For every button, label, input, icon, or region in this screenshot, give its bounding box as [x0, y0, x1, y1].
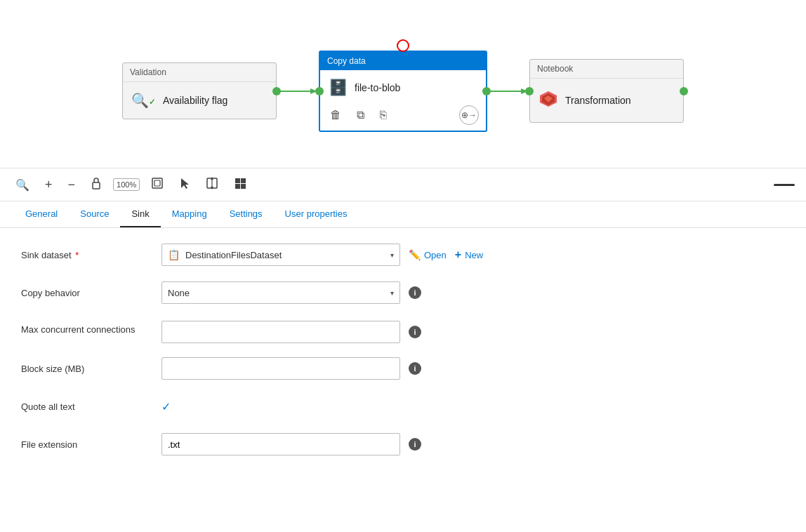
- delete-node-btn[interactable]: 🗑: [327, 107, 344, 123]
- pencil-icon: ✏️: [409, 249, 421, 260]
- validation-node[interactable]: Validation 🔍✓ Availability flag: [122, 62, 277, 119]
- svg-rect-7: [93, 182, 100, 189]
- copy-behavior-info: i: [409, 286, 421, 299]
- copy-data-toolbar: 🗑 ⧉ ⎘ ⊕→: [320, 102, 486, 131]
- copy-data-node[interactable]: Copy data 🗄️ file-to-blob 🗑 ⧉ ⎘ ⊕→: [319, 51, 487, 132]
- copy-node-btn[interactable]: ⧉: [354, 107, 367, 123]
- plus-icon: +: [455, 248, 461, 261]
- file-extension-row: File extension i: [21, 432, 785, 457]
- max-concurrent-control: i: [161, 321, 421, 343]
- block-size-control: i: [161, 357, 421, 380]
- validation-node-body: 🔍✓ Availability flag: [123, 82, 276, 119]
- sink-dataset-dropdown[interactable]: 📋 DestinationFilesDataset ▾: [161, 244, 400, 266]
- copy-behavior-row: Copy behavior None ▾ i: [21, 280, 785, 305]
- tab-sink[interactable]: Sink: [120, 201, 160, 227]
- select-btn[interactable]: [175, 174, 194, 195]
- svg-rect-17: [235, 184, 240, 189]
- copy-behavior-value: None: [168, 288, 190, 298]
- svg-rect-9: [154, 180, 160, 186]
- zoom-100-btn[interactable]: 100%: [113, 178, 140, 191]
- copy-data-node-header: Copy data: [320, 52, 486, 70]
- dataset-icon: 📋: [168, 249, 180, 260]
- file-extension-input[interactable]: [161, 433, 400, 455]
- copy-data-node-body: 🗄️ file-to-blob: [320, 70, 486, 102]
- copy-data-icon: 🗄️: [329, 79, 348, 97]
- notebook-node[interactable]: Notebook Transformation: [529, 59, 684, 123]
- notebook-left-connector: [525, 87, 534, 95]
- forward-node-btn[interactable]: ⊕→: [459, 105, 479, 125]
- resize-btn[interactable]: [202, 174, 223, 195]
- new-dataset-link[interactable]: + New: [455, 248, 483, 261]
- lock-btn[interactable]: [86, 174, 106, 195]
- error-indicator: [397, 39, 409, 52]
- copy-behavior-control: None ▾ i: [161, 281, 421, 304]
- add-btn[interactable]: +: [41, 175, 57, 195]
- svg-rect-15: [235, 178, 240, 183]
- max-concurrent-row: Max concurrent connections i: [21, 318, 785, 343]
- file-extension-control: i: [161, 433, 421, 455]
- tab-user-properties[interactable]: User properties: [274, 201, 359, 227]
- search-btn[interactable]: 🔍: [11, 175, 34, 194]
- pipeline-wrapper: Validation 🔍✓ Availability flag Copy dat…: [122, 29, 684, 139]
- quote-all-text-checkmark[interactable]: ✓: [161, 400, 171, 413]
- clone-node-btn[interactable]: ⎘: [377, 107, 390, 123]
- copy-behavior-chevron: ▾: [390, 289, 394, 297]
- tab-general[interactable]: General: [14, 201, 69, 227]
- block-size-info: i: [409, 362, 421, 375]
- block-size-label: Block size (MB): [21, 364, 161, 374]
- max-concurrent-input[interactable]: [161, 321, 400, 343]
- minus-btn[interactable]: −: [64, 175, 80, 195]
- arrow-1: [277, 84, 319, 98]
- sink-dataset-label: Sink dataset *: [21, 250, 161, 260]
- svg-rect-8: [152, 178, 162, 188]
- fit-btn[interactable]: [147, 174, 168, 195]
- block-size-row: Block size (MB) i: [21, 356, 785, 381]
- block-size-input[interactable]: [161, 357, 400, 380]
- validation-node-header: Validation: [123, 63, 276, 82]
- sink-form: Sink dataset * 📋 DestinationFilesDataset…: [0, 228, 806, 484]
- notebook-node-body: Transformation: [530, 79, 683, 122]
- notebook-node-label: Transformation: [565, 95, 631, 106]
- svg-rect-18: [241, 184, 246, 189]
- arrow-2: [487, 84, 529, 98]
- max-concurrent-label: Max concurrent connections: [21, 321, 161, 336]
- open-dataset-link[interactable]: ✏️ Open: [409, 249, 447, 260]
- notebook-right-connector: [680, 87, 688, 95]
- svg-rect-16: [241, 178, 246, 183]
- sink-dataset-chevron: ▾: [390, 251, 394, 259]
- copy-behavior-dropdown[interactable]: None ▾: [161, 281, 400, 304]
- validation-icon: 🔍✓: [131, 92, 156, 109]
- copy-behavior-label: Copy behavior: [21, 288, 161, 298]
- sink-dataset-control: 📋 DestinationFilesDataset ▾ ✏️ Open + Ne…: [161, 244, 483, 266]
- required-star: *: [73, 250, 79, 260]
- copy-data-node-label: file-to-blob: [355, 82, 400, 93]
- quote-all-text-control: ✓: [161, 400, 171, 413]
- file-extension-info: i: [409, 438, 421, 451]
- layers-btn[interactable]: [230, 174, 251, 195]
- panel-resize-handle[interactable]: [774, 184, 795, 186]
- sink-dataset-value: DestinationFilesDataset: [185, 250, 282, 260]
- quote-all-text-label: Quote all text: [21, 401, 161, 412]
- pipeline-canvas: Validation 🔍✓ Availability flag Copy dat…: [0, 0, 806, 168]
- canvas-toolbar: 🔍 + − 100%: [0, 168, 806, 201]
- copy-data-left-connector: [315, 87, 324, 95]
- file-extension-label: File extension: [21, 439, 161, 450]
- quote-all-text-row: Quote all text ✓: [21, 394, 785, 419]
- tab-mapping[interactable]: Mapping: [161, 201, 218, 227]
- svg-marker-10: [181, 178, 189, 189]
- sink-dataset-row: Sink dataset * 📋 DestinationFilesDataset…: [21, 242, 785, 267]
- detail-tabs: General Source Sink Mapping Settings Use…: [0, 201, 806, 228]
- tab-settings[interactable]: Settings: [218, 201, 274, 227]
- validation-node-label: Availability flag: [163, 95, 227, 106]
- notebook-icon: [539, 88, 558, 112]
- tab-source[interactable]: Source: [69, 201, 120, 227]
- max-concurrent-info: i: [409, 326, 421, 338]
- notebook-node-header: Notebook: [530, 60, 683, 79]
